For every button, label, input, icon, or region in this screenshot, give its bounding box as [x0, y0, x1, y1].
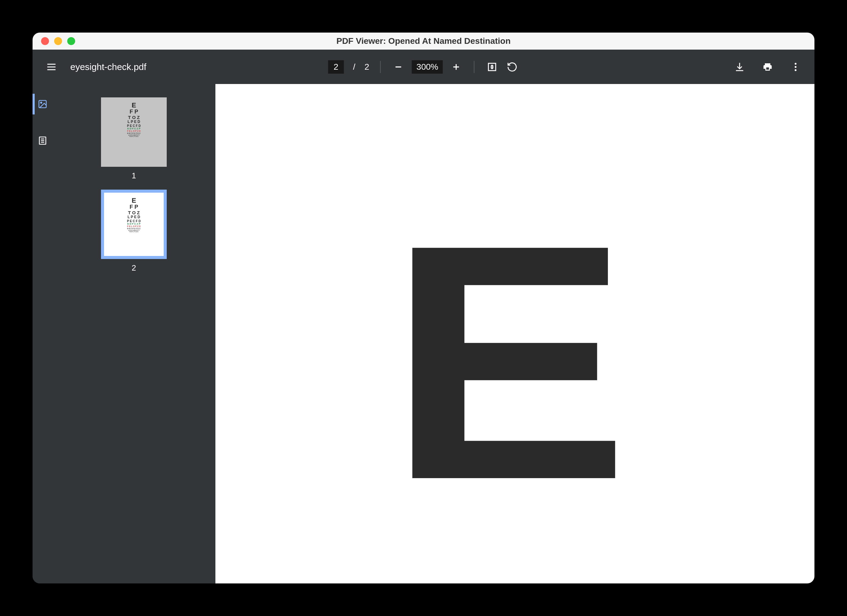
- title-bar: PDF Viewer: Opened At Named Destination: [32, 32, 815, 50]
- thumbnail-item: E F P T O Z L P E D P E C F D E D F C Z …: [101, 190, 167, 273]
- svg-point-10: [795, 66, 797, 68]
- close-button[interactable]: [41, 37, 49, 45]
- menu-button[interactable]: [45, 60, 58, 74]
- thumbnail-item: E F P T O Z L P E D P E C F D E D F C Z …: [101, 97, 167, 180]
- outline-tab[interactable]: [36, 134, 49, 147]
- toolbar: eyesight-check.pdf / 2: [32, 50, 815, 84]
- thumbnail-number: 1: [132, 171, 136, 180]
- content-area: E F P T O Z L P E D P E C F D E D F C Z …: [32, 84, 815, 584]
- toolbar-right: [733, 60, 802, 74]
- svg-point-9: [795, 63, 797, 65]
- filename: eyesight-check.pdf: [70, 62, 146, 72]
- eye-chart-preview: E F P T O Z L P E D P E C F D E D F C Z …: [101, 97, 167, 137]
- main-document-view[interactable]: E: [215, 84, 815, 584]
- print-button[interactable]: [761, 60, 774, 74]
- thumbnail-page-2[interactable]: E F P T O Z L P E D P E C F D E D F C Z …: [101, 190, 167, 259]
- eye-chart-preview: E F P T O Z L P E D P E C F D E D F C Z …: [104, 193, 164, 233]
- download-button[interactable]: [733, 60, 746, 74]
- zoom-in-button[interactable]: [450, 60, 463, 74]
- fit-page-button[interactable]: [485, 60, 499, 74]
- zoom-out-button[interactable]: [392, 60, 405, 74]
- traffic-lights: [41, 37, 75, 45]
- zoom-level-input[interactable]: [412, 60, 443, 74]
- app-window: PDF Viewer: Opened At Named Destination …: [32, 32, 815, 584]
- document-content-letter: E: [388, 236, 620, 487]
- toolbar-center: / 2: [328, 60, 519, 74]
- thumbnail-page-1[interactable]: E F P T O Z L P E D P E C F D E D F C Z …: [101, 97, 167, 167]
- minimize-button[interactable]: [54, 37, 62, 45]
- maximize-button[interactable]: [67, 37, 75, 45]
- divider: [380, 61, 381, 73]
- window-title: PDF Viewer: Opened At Named Destination: [336, 36, 511, 46]
- svg-point-11: [795, 69, 797, 71]
- more-options-button[interactable]: [789, 60, 802, 74]
- sidebar-tabs: [32, 84, 52, 584]
- page-input[interactable]: [328, 60, 344, 74]
- svg-point-13: [40, 102, 42, 103]
- toolbar-left: eyesight-check.pdf: [45, 60, 146, 74]
- page-total: 2: [364, 62, 369, 72]
- sidebar: E F P T O Z L P E D P E C F D E D F C Z …: [32, 84, 215, 584]
- rotate-button[interactable]: [506, 60, 519, 74]
- thumbnail-number: 2: [132, 263, 136, 273]
- page-separator: /: [353, 62, 356, 72]
- divider: [474, 61, 475, 73]
- thumbnails-panel: E F P T O Z L P E D P E C F D E D F C Z …: [52, 84, 215, 584]
- thumbnails-tab[interactable]: [36, 97, 49, 111]
